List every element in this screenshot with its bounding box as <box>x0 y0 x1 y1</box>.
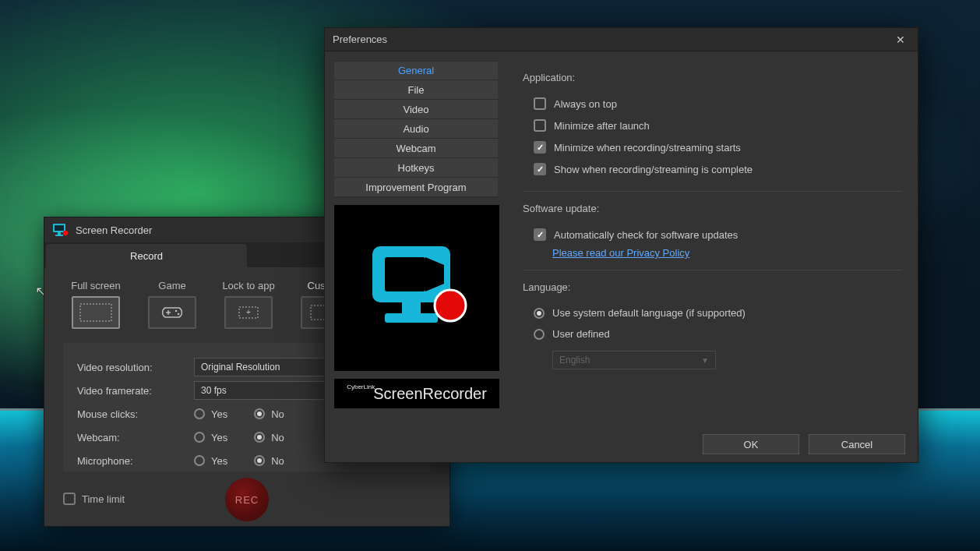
svg-rect-14 <box>385 257 425 291</box>
divider <box>523 191 902 192</box>
preferences-title: Preferences <box>333 34 387 45</box>
auto-check-updates-checkbox[interactable] <box>534 228 546 241</box>
privacy-policy-link[interactable]: Please read our Privacy Policy <box>523 247 689 259</box>
fullscreen-icon <box>79 302 113 323</box>
auto-check-updates-label: Automatically check for software updates <box>554 229 738 241</box>
category-file[interactable]: File <box>334 80 498 100</box>
microphone-no[interactable]: No <box>254 455 284 467</box>
mode-lock-button[interactable]: + <box>224 296 273 329</box>
mode-lock-label: Lock to app <box>222 280 274 291</box>
minimize-after-launch-checkbox[interactable] <box>534 119 546 132</box>
svg-rect-2 <box>58 232 61 235</box>
show-when-complete-label: Show when recording/streaming is complet… <box>554 164 753 175</box>
resolution-label: Video resolution: <box>77 362 194 373</box>
language-select[interactable]: English ▼ <box>552 351 716 369</box>
minimize-when-recording-label: Minimize when recording/streaming starts <box>554 142 741 154</box>
category-improvement[interactable]: Improvement Program <box>334 178 498 197</box>
brand-name-panel: CyberLink ScreenRecorder <box>334 379 499 408</box>
divider <box>523 270 902 270</box>
svg-rect-5 <box>80 304 111 321</box>
category-audio[interactable]: Audio <box>334 119 498 139</box>
tab-record[interactable]: Record <box>46 244 247 267</box>
update-header: Software update: <box>523 203 902 214</box>
webcam-yes[interactable]: Yes <box>194 432 227 443</box>
always-on-top-label: Always on top <box>554 98 617 110</box>
mode-fullscreen-button[interactable] <box>72 296 120 329</box>
brand-logo-panel <box>334 205 499 371</box>
preferences-titlebar[interactable]: Preferences ✕ <box>325 28 918 51</box>
preferences-footer: OK Cancel <box>325 426 918 462</box>
svg-point-4 <box>63 231 68 235</box>
cancel-button[interactable]: Cancel <box>809 434 905 454</box>
svg-point-18 <box>435 290 466 321</box>
svg-text:+: + <box>246 308 251 316</box>
svg-point-8 <box>175 310 178 313</box>
mode-fullscreen-label: Full screen <box>71 280 121 291</box>
mouseclicks-no[interactable]: No <box>254 408 284 420</box>
application-header: Application: <box>523 72 902 83</box>
microphone-yes[interactable]: Yes <box>194 455 227 467</box>
category-hotkeys[interactable]: Hotkeys <box>334 158 498 178</box>
mode-game-label: Game <box>158 280 185 291</box>
recorder-footer: Time limit REC <box>44 472 449 526</box>
language-system-label: Use system default language (if supporte… <box>552 307 746 319</box>
time-limit-checkbox[interactable] <box>63 493 76 505</box>
category-video[interactable]: Video <box>334 100 498 119</box>
mode-game-button[interactable] <box>148 296 196 329</box>
time-limit-label: Time limit <box>82 493 125 505</box>
webcam-label: Webcam: <box>77 432 194 443</box>
gamepad-icon <box>159 305 185 320</box>
category-general[interactable]: General <box>334 61 498 80</box>
always-on-top-checkbox[interactable] <box>534 97 546 110</box>
language-system-radio[interactable] <box>534 308 545 319</box>
language-user-defined-label: User defined <box>552 328 610 340</box>
preferences-category-column: General File Video Audio Webcam Hotkeys … <box>325 51 507 426</box>
svg-rect-17 <box>385 313 438 323</box>
category-webcam[interactable]: Webcam <box>334 139 498 158</box>
svg-rect-3 <box>55 235 63 236</box>
microphone-label: Microphone: <box>77 455 194 467</box>
close-icon[interactable]: ✕ <box>891 34 910 46</box>
mouseclicks-yes[interactable]: Yes <box>194 408 227 420</box>
show-when-complete-checkbox[interactable] <box>534 163 546 175</box>
svg-rect-1 <box>55 225 64 231</box>
svg-point-9 <box>178 313 180 316</box>
preferences-dialog: Preferences ✕ General File Video Audio W… <box>324 27 918 463</box>
chevron-down-icon: ▼ <box>701 356 709 365</box>
mouseclicks-label: Mouse clicks: <box>77 408 194 420</box>
brand-logo-icon <box>358 234 475 343</box>
lock-app-icon: + <box>231 302 266 323</box>
recorder-logo-icon <box>52 223 69 237</box>
webcam-no[interactable]: No <box>254 432 284 443</box>
language-header: Language: <box>523 281 902 293</box>
language-user-defined-radio[interactable] <box>534 329 545 340</box>
record-button[interactable]: REC <box>225 478 269 521</box>
recorder-title: Screen Recorder <box>76 224 152 236</box>
svg-rect-16 <box>402 302 421 313</box>
ok-button[interactable]: OK <box>703 434 799 454</box>
minimize-after-launch-label: Minimize after launch <box>554 120 650 132</box>
framerate-label: Video framerate: <box>77 385 194 397</box>
minimize-when-recording-checkbox[interactable] <box>534 141 546 154</box>
preferences-content: Application: Always on top Minimize afte… <box>507 51 918 426</box>
